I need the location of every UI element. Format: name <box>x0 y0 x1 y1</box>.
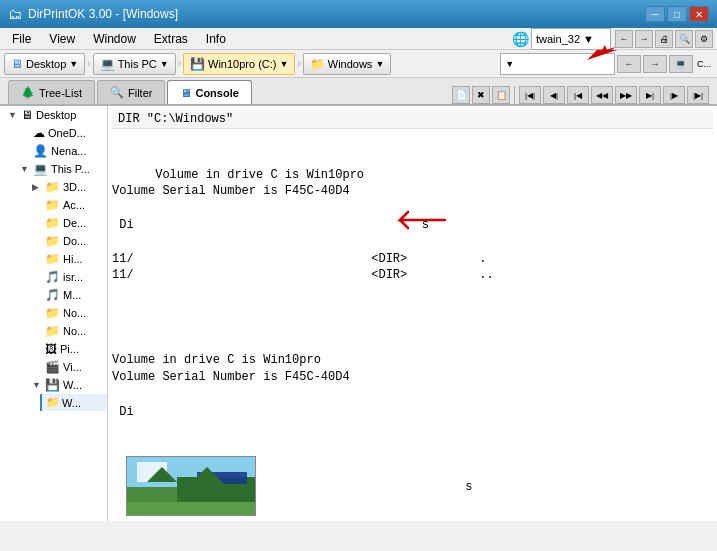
sidebar-label: Nena... <box>51 145 86 157</box>
folder-icon: 📁 <box>45 216 60 230</box>
console-area[interactable]: DIR "C:\Windows" Volume in drive C is Wi… <box>108 106 717 521</box>
oned-icon: ☁ <box>33 126 45 140</box>
sidebar-item-nena[interactable]: 👤 Nena... <box>0 142 107 160</box>
sidebar-item-vi[interactable]: 🎬 Vi... <box>0 358 107 376</box>
expand-arrow: ▼ <box>8 110 18 120</box>
toolbar-btn-5[interactable]: ⚙ <box>695 30 713 48</box>
sidebar-label: No... <box>63 325 86 337</box>
sidebar-item-m[interactable]: 🎵 M... <box>0 286 107 304</box>
folder-icon: 📁 <box>45 234 60 248</box>
toolbar-btn-3[interactable]: 🖨 <box>655 30 673 48</box>
sidebar-label: OneD... <box>48 127 86 139</box>
tab-btn-p6[interactable]: ▶| <box>639 86 661 104</box>
console-content: Volume in drive C is Win10pro Volume Ser… <box>112 133 713 335</box>
menu-file[interactable]: File <box>4 30 39 48</box>
sidebar-item-hi[interactable]: 📁 Hi... <box>0 250 107 268</box>
sidebar-item-no1[interactable]: 📁 No... <box>0 304 107 322</box>
menu-info[interactable]: Info <box>198 30 234 48</box>
toolbar-btn-2[interactable]: → <box>635 30 653 48</box>
sidebar-label: Pi... <box>60 343 79 355</box>
tab-filter[interactable]: 🔍 Filter <box>97 80 165 104</box>
tab-btn-doc[interactable]: 📄 <box>452 86 470 104</box>
sidebar-label: Do... <box>63 235 86 247</box>
sidebar-item-pi[interactable]: 🖼 Pi... <box>0 340 107 358</box>
music-icon: 🎵 <box>45 270 60 284</box>
video-icon: 🎬 <box>45 360 60 374</box>
console-icon: 🖥 <box>180 87 191 99</box>
title-bar: 🗂 DirPrintOK 3.00 - [Windows] ─ □ ✕ <box>0 0 717 28</box>
sidebar-label: Vi... <box>63 361 82 373</box>
sidebar-item-thispc[interactable]: ▼ 💻 This P... <box>0 160 107 178</box>
tab-btn-p5[interactable]: ▶▶ <box>615 86 637 104</box>
tab-btn-p2[interactable]: ◀| <box>543 86 565 104</box>
menu-bar: File View Window Extras Info 🌐 twain_32 … <box>0 28 717 50</box>
addr-thispc[interactable]: 💻 This PC ▼ <box>93 53 176 75</box>
tab-btn-p8[interactable]: |▶| <box>687 86 709 104</box>
sidebar-label: No... <box>63 307 86 319</box>
sidebar-label: Hi... <box>63 253 83 265</box>
title-controls: ─ □ ✕ <box>645 6 709 22</box>
sidebar-label: Ac... <box>63 199 85 211</box>
sidebar-item-de[interactable]: 📁 De... <box>0 214 107 232</box>
sidebar-item-w[interactable]: ▼ 💾 W... <box>0 376 107 394</box>
sidebar-label: W... <box>63 379 82 391</box>
main-area: ▼ 🖥 Desktop ☁ OneD... 👤 Nena... ▼ 💻 This… <box>0 106 717 521</box>
svg-rect-3 <box>127 502 256 516</box>
menu-view[interactable]: View <box>41 30 83 48</box>
minimize-button[interactable]: ─ <box>645 6 665 22</box>
tab-btn-del[interactable]: ✖ <box>472 86 490 104</box>
addr-nav-right[interactable]: → <box>643 55 667 73</box>
sidebar-item-ac[interactable]: 📁 Ac... <box>0 196 107 214</box>
sidebar-label: This P... <box>51 163 90 175</box>
sidebar-label: De... <box>63 217 86 229</box>
console-path: DIR "C:\Windows" <box>112 110 713 129</box>
sidebar: ▼ 🖥 Desktop ☁ OneD... 👤 Nena... ▼ 💻 This… <box>0 106 108 521</box>
desktop-icon: 🖥 <box>21 108 33 122</box>
sidebar-label: Desktop <box>36 109 76 121</box>
sidebar-item-do[interactable]: 📁 Do... <box>0 232 107 250</box>
drive-icon: 💾 <box>45 378 60 392</box>
folder-icon: 📁 <box>45 306 60 320</box>
sidebar-item-desktop[interactable]: ▼ 🖥 Desktop <box>0 106 107 124</box>
title-text: DirPrintOK 3.00 - [Windows] <box>28 7 639 21</box>
sidebar-item-isr[interactable]: 🎵 isr... <box>0 268 107 286</box>
tab-tree-list[interactable]: 🌲 Tree-List <box>8 80 95 104</box>
user-icon: 👤 <box>33 144 48 158</box>
tab-btn-p3[interactable]: |◀ <box>567 86 589 104</box>
addr-windows[interactable]: 📁 Windows ▼ <box>303 53 392 75</box>
folder-icon: 📁 <box>45 198 60 212</box>
addr-drive[interactable]: 💾 Win10pro (C:) ▼ <box>183 53 295 75</box>
sidebar-label: 3D... <box>63 181 86 193</box>
sidebar-item-oned[interactable]: ☁ OneD... <box>0 124 107 142</box>
tab-btn-p7[interactable]: |▶ <box>663 86 685 104</box>
pc-icon: 💻 <box>33 162 48 176</box>
picture-icon: 🖼 <box>45 342 57 356</box>
tab-btn-p1[interactable]: |◀| <box>519 86 541 104</box>
toolbar-arrow-indicator <box>587 42 627 62</box>
tab-btn-p4[interactable]: ◀◀ <box>591 86 613 104</box>
addr-desktop[interactable]: 🖥 Desktop ▼ <box>4 53 85 75</box>
expand-arrow: ▼ <box>20 164 30 174</box>
folder-icon: 📁 <box>45 324 60 338</box>
filter-icon: 🔍 <box>110 86 124 99</box>
sidebar-label: isr... <box>63 271 83 283</box>
tree-list-icon: 🌲 <box>21 86 35 99</box>
toolbar-btn-4[interactable]: 🔍 <box>675 30 693 48</box>
folder-icon: 📁 <box>45 180 60 194</box>
sidebar-item-3d[interactable]: ▶ 📁 3D... <box>0 178 107 196</box>
thumbnail-container <box>112 422 256 517</box>
menu-window[interactable]: Window <box>85 30 144 48</box>
console-full: Volume in drive C is Win10pro Volume Ser… <box>112 335 713 521</box>
menu-extras[interactable]: Extras <box>146 30 196 48</box>
tab-btn-copy[interactable]: 📋 <box>492 86 510 104</box>
tab-console[interactable]: 🖥 Console <box>167 80 251 104</box>
tab-separator <box>514 86 515 104</box>
windows-folder-icon: 📁 <box>46 396 60 409</box>
maximize-button[interactable]: □ <box>667 6 687 22</box>
sidebar-item-no2[interactable]: 📁 No... <box>0 322 107 340</box>
app-icon: 🗂 <box>8 6 22 22</box>
addr-computer-icon[interactable]: 💻 <box>669 55 693 73</box>
sidebar-item-windows[interactable]: 📁 W... <box>40 394 107 411</box>
close-button[interactable]: ✕ <box>689 6 709 22</box>
music-icon: 🎵 <box>45 288 60 302</box>
